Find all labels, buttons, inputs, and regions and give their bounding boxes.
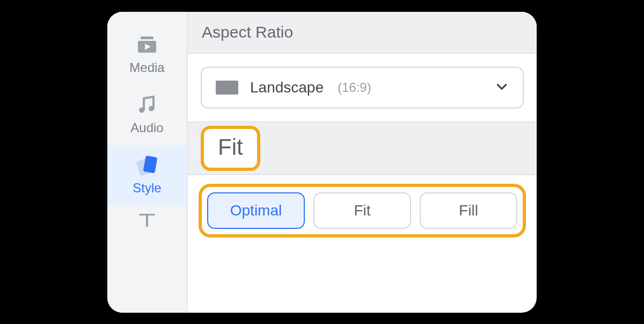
settings-panel: Media Audio Style [107,12,537,313]
fit-option-fill[interactable]: Fill [420,192,517,229]
media-icon [134,33,160,56]
text-icon [134,214,160,227]
svg-point-4 [149,106,154,111]
fit-option-fit[interactable]: Fit [313,192,411,229]
fit-option-label: Fit [354,202,370,219]
sidebar-item-style[interactable]: Style [107,145,187,205]
svg-rect-0 [141,37,153,39]
sidebar-item-label: Audio [130,120,163,135]
svg-point-3 [139,107,144,113]
sidebar-item-audio[interactable]: Audio [107,85,187,145]
sidebar: Media Audio Style [107,12,188,313]
chevron-down-icon [495,80,509,96]
fit-header: Fit [188,121,537,175]
section-title: Fit [218,134,243,160]
fit-option-label: Optimal [230,202,282,219]
section-title: Aspect Ratio [202,23,293,41]
aspect-ratio-selected-label: Landscape [250,79,324,96]
aspect-ratio-dropdown[interactable]: Landscape (16:9) [201,67,524,109]
fit-title-highlight: Fit [201,126,260,171]
main-content: Aspect Ratio Landscape (16:9) Fit Optima… [188,12,537,313]
aspect-ratio-header: Aspect Ratio [188,12,537,54]
fit-option-optimal[interactable]: Optimal [207,192,305,229]
sidebar-item-label: Media [129,60,164,75]
aspect-ratio-selected-sub: (16:9) [338,80,371,95]
fit-option-label: Fill [459,202,478,219]
fit-body: Optimal Fit Fill [188,175,537,237]
music-icon [134,93,160,116]
landscape-thumb-icon [216,81,238,95]
sidebar-item-media[interactable]: Media [107,25,187,85]
sidebar-item-label: Style [133,181,161,196]
aspect-ratio-body: Landscape (16:9) [188,54,537,121]
style-icon [134,154,160,176]
fit-options-highlight: Optimal Fit Fill [199,184,526,237]
sidebar-item-text[interactable] [107,205,187,227]
svg-rect-6 [143,155,158,173]
